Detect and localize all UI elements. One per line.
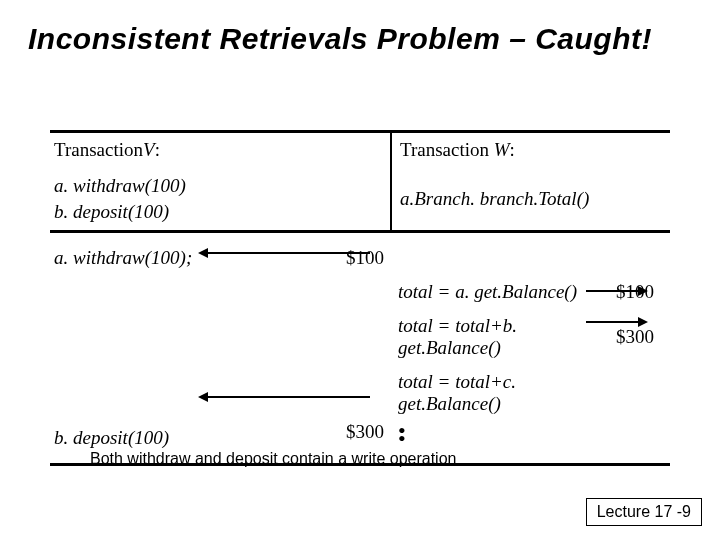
- header-left-prefix: Transaction: [54, 139, 143, 160]
- dot-icon: •: [398, 435, 606, 443]
- row2-right: total = a. get.Balance(): [390, 275, 610, 309]
- row3-right: total = total+b. get.Balance(): [390, 309, 610, 365]
- header-right-prefix: Transaction: [400, 139, 494, 160]
- row5-dots: • •: [390, 421, 610, 449]
- header-left-colon: :: [155, 139, 160, 160]
- row1-mid: $100: [330, 247, 390, 269]
- row1-right: [390, 252, 610, 264]
- slide-number-box: Lecture 17 -9: [586, 498, 702, 526]
- row2-left: [50, 286, 330, 298]
- summary-left: a. withdraw(100) b. deposit(100): [50, 167, 330, 230]
- header-left: TransactionV:: [50, 133, 330, 167]
- arrow-head-left-icon: [198, 392, 208, 402]
- arrow-4: [586, 321, 646, 323]
- slide-title: Inconsistent Retrievals Problem – Caught…: [28, 22, 652, 56]
- transaction-table: TransactionV: Transaction W: a. withdraw…: [50, 130, 670, 466]
- header-right-var: W: [494, 139, 510, 160]
- row-2: total = a. get.Balance() $100: [50, 275, 670, 309]
- arrow-2: [200, 396, 370, 398]
- summary-row: a. withdraw(100) b. deposit(100) a.Branc…: [50, 167, 670, 230]
- row3-val: $300: [610, 326, 670, 348]
- arrow-3: [586, 290, 646, 292]
- arrow-head-right-icon: [638, 317, 648, 327]
- arrow-head-right-icon: [638, 286, 648, 296]
- footnote: Both withdraw and deposit contain a writ…: [90, 450, 456, 468]
- summary-left-line2: b. deposit(100): [54, 199, 322, 225]
- row5-mid: $300: [330, 421, 390, 443]
- summary-right: a.Branch. branch.Total(): [392, 182, 610, 216]
- row4-right: total = total+c. get.Balance(): [390, 365, 610, 421]
- row1-left: a. withdraw(100);: [50, 241, 330, 275]
- row-1: a. withdraw(100); $100: [50, 233, 670, 275]
- table-header-row: TransactionV: Transaction W:: [50, 133, 670, 167]
- slide: Inconsistent Retrievals Problem – Caught…: [0, 0, 720, 540]
- header-right: Transaction W:: [392, 133, 610, 167]
- dot-icon: •: [398, 427, 606, 435]
- arrow-head-left-icon: [198, 248, 208, 258]
- slide-number: Lecture 17 -9: [597, 503, 691, 520]
- header-right-colon: :: [510, 139, 515, 160]
- arrow-1: [200, 252, 370, 254]
- row-3: total = total+b. get.Balance() $300: [50, 309, 670, 365]
- row-4: total = total+c. get.Balance(): [50, 365, 670, 421]
- header-left-var: V: [143, 139, 155, 160]
- summary-right-line1: a.Branch. branch.Total(): [400, 188, 606, 210]
- row3-left: [50, 331, 330, 343]
- summary-left-line1: a. withdraw(100): [54, 173, 322, 199]
